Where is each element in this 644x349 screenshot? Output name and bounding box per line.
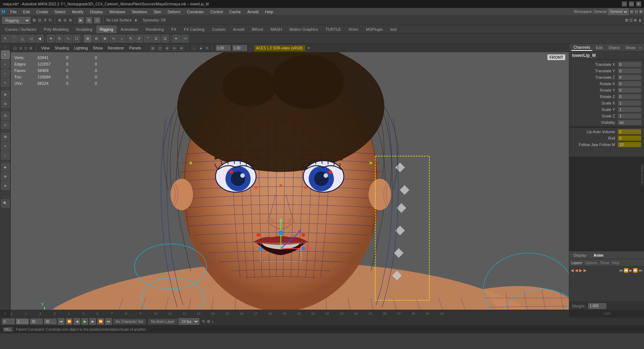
- tab-turtle[interactable]: TURTLE: [322, 25, 345, 33]
- prev-frame-btn[interactable]: ◀: [74, 318, 80, 325]
- channel-lip-auto-volume[interactable]: Lip Auto Volume 5: [569, 129, 644, 135]
- lattice-tool[interactable]: ⊐: [161, 35, 169, 43]
- panel-tab-edit[interactable]: Edit: [594, 45, 605, 50]
- vp-menu-show[interactable]: Show: [92, 45, 104, 51]
- channel-translate-x[interactable]: Translate X 0: [569, 61, 644, 68]
- bind-skin-tool[interactable]: ∿: [109, 35, 117, 43]
- scale-tool[interactable]: ⤡: [64, 35, 72, 43]
- tab-xgen[interactable]: XGen: [345, 25, 362, 33]
- tab-curves-surfaces[interactable]: Curves / Surfaces: [1, 25, 40, 33]
- goto-end-btn[interactable]: ⏭: [105, 318, 112, 325]
- menu-help[interactable]: Help: [262, 9, 276, 15]
- vp-btn-1[interactable]: ⊞: [150, 45, 155, 51]
- show-manip-btn[interactable]: ◈: [1, 163, 10, 171]
- vp-icon-camera[interactable]: 🎥: [13, 46, 17, 50]
- ik-handle-tool[interactable]: ⊖: [92, 35, 100, 43]
- menu-arnold[interactable]: Arnold: [244, 9, 262, 15]
- menu-deform[interactable]: Deform: [165, 9, 183, 15]
- snap-grid-btn[interactable]: ⊕: [1, 90, 10, 99]
- close-button[interactable]: ✕: [636, 1, 641, 6]
- loop-icon[interactable]: ↻: [202, 319, 205, 324]
- tab-mash[interactable]: MASH: [267, 25, 286, 33]
- status-icon-4[interactable]: ⏸: [638, 18, 642, 23]
- no-char-set-btn[interactable]: No Character Set: [113, 319, 146, 324]
- move-mode-btn[interactable]: ↔: [1, 60, 10, 68]
- copy-skin[interactable]: ✐: [135, 35, 143, 43]
- channel-rotate-y[interactable]: Rotate Y 0: [569, 87, 644, 93]
- show-tab[interactable]: Show: [600, 261, 609, 265]
- attr-editor-toggle[interactable]: ▶: [639, 46, 642, 49]
- tool-icon-1[interactable]: ⊞: [33, 18, 36, 23]
- tab-poly-modeling[interactable]: Poly Modeling: [40, 25, 72, 33]
- vp-btn-4[interactable]: ⊖: [172, 45, 177, 51]
- fps-select[interactable]: 24 fps 30 fps 60 fps: [179, 318, 199, 325]
- vp-menu-lighting[interactable]: Lighting: [73, 45, 89, 51]
- channel-rotate-z[interactable]: Rotate Z 0: [569, 93, 644, 100]
- icon-btn-2[interactable]: ⊟: [635, 9, 638, 14]
- menu-control[interactable]: Control: [208, 9, 226, 15]
- render-icon-2[interactable]: ⊞: [86, 17, 92, 23]
- tab-rigging[interactable]: Rigging: [96, 25, 117, 33]
- paint-select-tool[interactable]: △: [19, 35, 26, 43]
- layer-btn-2[interactable]: ◀: [575, 268, 578, 273]
- tool-icon-4[interactable]: ↻: [49, 18, 52, 23]
- snap2-icon[interactable]: ⊖: [63, 18, 67, 23]
- menu-skeleton[interactable]: Skeleton: [129, 9, 150, 15]
- snap3-icon[interactable]: ⊗: [69, 18, 72, 23]
- channel-scale-y[interactable]: Scale Y 1: [569, 106, 644, 113]
- menu-cache[interactable]: Cache: [226, 9, 244, 15]
- channel-visibility[interactable]: Visibility on: [569, 119, 644, 126]
- move-tool[interactable]: ✛: [47, 35, 55, 43]
- tool-icon-2[interactable]: ⊡: [38, 18, 41, 23]
- vp-btn-refresh[interactable]: ↻: [206, 46, 209, 50]
- marquee-tool[interactable]: ◀: [36, 35, 44, 43]
- layer-nav-2[interactable]: ⏪: [624, 268, 629, 273]
- tab-custom[interactable]: Custom: [208, 25, 229, 33]
- select-tool[interactable]: ↖: [1, 35, 9, 43]
- range-end-input[interactable]: [30, 319, 43, 324]
- channel-box-btn[interactable]: ⊛: [1, 181, 10, 190]
- menu-edit[interactable]: Edit: [20, 9, 33, 15]
- menu-constrain[interactable]: Constrain: [184, 9, 207, 15]
- weight-input[interactable]: [588, 303, 606, 309]
- select-mode-btn[interactable]: ↖: [1, 50, 10, 59]
- snap-icon[interactable]: ⊕: [58, 18, 61, 23]
- rotate-tool[interactable]: ↻: [55, 35, 63, 43]
- layers-tab[interactable]: Layers: [571, 261, 582, 265]
- layer-nav-1[interactable]: ⏮: [619, 268, 623, 273]
- display-tab[interactable]: Display: [571, 252, 589, 258]
- lasso-tool[interactable]: ⌒: [10, 35, 18, 43]
- soft-select-tool[interactable]: ◁: [27, 35, 35, 43]
- no-anim-layer-btn[interactable]: No Anim Layer: [148, 319, 177, 324]
- play-btn[interactable]: ▶: [82, 318, 88, 325]
- channel-translate-y[interactable]: Translate Y 0: [569, 68, 644, 74]
- timeline-ruler[interactable]: 0 1 2 3 4 5 6 7 8 9 10: [11, 310, 569, 318]
- paint-weights[interactable]: ⌂: [118, 35, 126, 43]
- panel-tab-show[interactable]: Show: [623, 45, 638, 50]
- tab-sculpting[interactable]: Sculpting: [73, 25, 96, 33]
- create-btn[interactable]: ⌂: [1, 151, 10, 160]
- soft-mod-btn[interactable]: ⊡: [1, 111, 10, 120]
- viewport-container[interactable]: 🎥 ⊞ ⊡ ⊠ View Shading Lighting Show Rende…: [11, 44, 569, 310]
- menu-display[interactable]: Display: [87, 9, 106, 15]
- channel-translate-z[interactable]: Translate Z 0: [569, 74, 644, 81]
- sculpt-btn[interactable]: ⬡: [1, 121, 10, 129]
- render-icon-1[interactable]: ▶: [78, 17, 84, 23]
- menu-file[interactable]: File: [8, 9, 20, 15]
- measure-btn[interactable]: ⊞: [1, 132, 10, 141]
- quick-connect-2[interactable]: ⊣: [181, 35, 189, 43]
- rotate-mode-btn[interactable]: ↕: [1, 69, 10, 78]
- tab-rendering[interactable]: Rendering: [142, 25, 167, 33]
- vp-icon-frame[interactable]: ⊡: [24, 46, 27, 50]
- menu-select[interactable]: Select: [52, 9, 69, 15]
- tab-bifrost[interactable]: Bifrost: [248, 25, 267, 33]
- tab-motion-graphics[interactable]: Motion Graphics: [286, 25, 322, 33]
- menu-skin[interactable]: Skin: [151, 9, 164, 15]
- menu-windows[interactable]: Windows: [107, 9, 128, 15]
- vp-menu-renderer[interactable]: Renderer: [106, 45, 126, 51]
- workspace-dropdown[interactable]: General: [608, 9, 629, 15]
- maximize-button[interactable]: □: [629, 1, 634, 6]
- vp-icon-grid[interactable]: ⊞: [19, 46, 22, 50]
- layer-btn-4[interactable]: ▶: [584, 268, 586, 273]
- vp-btn-circle[interactable]: ○: [191, 45, 196, 50]
